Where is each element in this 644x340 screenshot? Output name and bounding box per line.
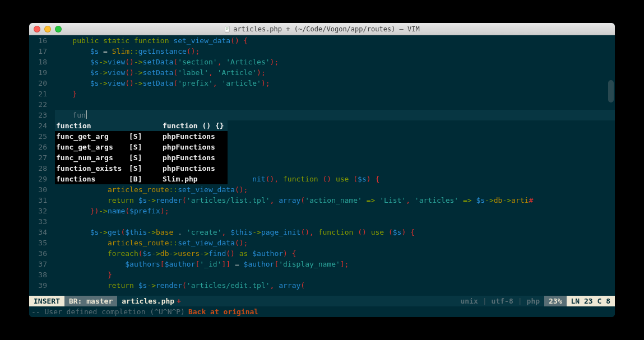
completion-popup[interactable]: functionfunction () {}func_get_arg[S]php… — [55, 120, 228, 184]
completion-item[interactable]: func_num_args[S]phpFunctions — [55, 152, 228, 163]
vim-window: articles.php + (~/Code/Vogon/app/routes)… — [29, 23, 615, 317]
window-title: articles.php + (~/Code/Vogon/app/routes)… — [29, 25, 615, 33]
code-line[interactable] — [55, 216, 615, 227]
status-filename: articles.php — [122, 297, 174, 305]
line-number: 31 — [29, 195, 47, 206]
line-number: 28 — [29, 163, 47, 174]
scrollbar-thumb[interactable] — [608, 80, 614, 103]
line-number: 38 — [29, 269, 47, 280]
code-line[interactable]: $s->view()->setData('prefix', 'article')… — [55, 78, 615, 89]
code-line[interactable]: return $s->render('articles/edit.tpl', a… — [55, 280, 615, 291]
titlebar: articles.php + (~/Code/Vogon/app/routes)… — [29, 23, 615, 35]
line-number: 25 — [29, 131, 47, 142]
line-number: 16 — [29, 35, 47, 46]
status-filetype: php — [527, 297, 540, 305]
status-modified: + — [174, 297, 181, 305]
code-line[interactable]: foreach($s->db->users->find() as $author… — [55, 248, 615, 259]
minimize-button[interactable] — [44, 26, 51, 32]
line-number: 20 — [29, 78, 47, 89]
svg-rect-2 — [226, 28, 229, 29]
line-number: 39 — [29, 280, 47, 291]
file-icon — [224, 26, 231, 32]
code-line[interactable] — [55, 99, 615, 110]
line-number: 22 — [29, 99, 47, 110]
status-bar: INSERT BR: master articles.php + unix | … — [29, 296, 615, 306]
line-number: 35 — [29, 237, 47, 248]
status-line-col: LN 23 C 8 — [567, 296, 615, 306]
code-line[interactable]: } — [55, 269, 615, 280]
zoom-button[interactable] — [55, 26, 62, 32]
status-line: LN 23 — [571, 297, 593, 305]
line-number: 34 — [29, 227, 47, 237]
completion-item[interactable]: functionfunction () {} — [55, 120, 228, 131]
code-line[interactable]: $authors[$author['_id']] = $author['disp… — [55, 259, 615, 269]
svg-rect-3 — [226, 29, 228, 30]
code-line[interactable]: return $s->render('articles/list.tpl', a… — [55, 195, 615, 206]
line-number: 36 — [29, 248, 47, 259]
code-line[interactable]: articles_route::set_view_data(); — [55, 184, 615, 195]
line-number: 17 — [29, 46, 47, 57]
status-spacer — [186, 296, 456, 306]
code-line[interactable]: fun — [55, 110, 615, 120]
status-encoding: utf-8 — [492, 297, 513, 305]
status-file: articles.php + — [117, 296, 186, 306]
status-col: C 8 — [597, 297, 610, 305]
editor[interactable]: 1617181920212223242526272829303132333435… — [29, 35, 615, 296]
status-info: unix | utf-8 | php — [456, 296, 544, 306]
line-number: 30 — [29, 184, 47, 195]
completion-item[interactable]: func_get_args[S]phpFunctions — [55, 142, 228, 152]
completion-item[interactable]: functions[B]Slim.php — [55, 174, 228, 184]
completion-item[interactable]: function_exists[S]phpFunctions — [55, 163, 228, 174]
line-number-gutter: 1617181920212223242526272829303132333435… — [29, 35, 50, 291]
code-line[interactable]: $s->view()->setData('label', 'Article'); — [55, 67, 615, 78]
line-number: 37 — [29, 259, 47, 269]
line-number: 21 — [29, 89, 47, 99]
line-number: 29 — [29, 174, 47, 184]
window-title-text: articles.php + (~/Code/Vogon/app/routes)… — [233, 25, 419, 33]
close-button[interactable] — [34, 26, 40, 32]
code-line[interactable]: $s = Slim::getInstance(); — [55, 46, 615, 57]
code-line[interactable]: public static function set_view_data() { — [55, 35, 615, 46]
line-number: 26 — [29, 142, 47, 152]
line-number: 23 — [29, 110, 47, 120]
line-number: 19 — [29, 67, 47, 78]
message-prefix: -- User defined completion (^U^N^P) — [31, 308, 185, 316]
svg-rect-1 — [226, 27, 229, 28]
status-mode: INSERT — [29, 296, 64, 306]
traffic-lights — [29, 26, 62, 32]
message-suffix: Back at original — [188, 308, 258, 316]
code-line[interactable]: articles_route::set_view_data(); — [55, 237, 615, 248]
code-line[interactable]: $s->view()->setData('section', 'Articles… — [55, 57, 615, 67]
status-percent: 23% — [544, 296, 566, 306]
completion-item[interactable]: func_get_arg[S]phpFunctions — [55, 131, 228, 142]
code-line[interactable]: } — [55, 89, 615, 99]
status-fileformat: unix — [460, 297, 478, 305]
line-number: 33 — [29, 216, 47, 227]
code-line[interactable]: $s->get($this->base . 'create', $this->p… — [55, 227, 615, 237]
message-line: -- User defined completion (^U^N^P) Back… — [29, 306, 615, 317]
svg-rect-0 — [225, 26, 230, 32]
line-number: 27 — [29, 152, 47, 163]
code-line[interactable]: })->name($prefix); — [55, 206, 615, 216]
line-number: 18 — [29, 57, 47, 67]
status-branch: BR: master — [64, 296, 117, 306]
line-number: 32 — [29, 206, 47, 216]
line-number: 24 — [29, 120, 47, 131]
